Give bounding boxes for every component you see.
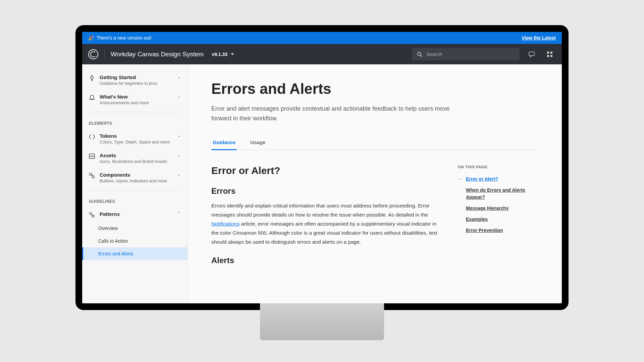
svg-rect-2 — [529, 52, 534, 56]
nav-title: Getting Started — [100, 74, 173, 80]
monitor-frame: 🎉 There's a new version out! View the La… — [75, 25, 569, 310]
chevron-up-icon: ⌃ — [177, 211, 181, 216]
version-selector[interactable]: v9.1.33 — [212, 52, 234, 57]
grid-icon — [547, 52, 552, 57]
divider — [89, 112, 181, 112]
heading-errors: Errors — [211, 186, 441, 196]
tab-guidance[interactable]: Guidance — [211, 135, 237, 150]
section-label-elements: ELEMENTS — [82, 115, 187, 129]
sidebar-nav: Getting Started Guidance for beginners t… — [82, 64, 188, 303]
subnav-overview[interactable]: Overview — [82, 222, 187, 235]
divider — [104, 49, 105, 59]
svg-rect-4 — [550, 52, 552, 54]
chevron-down-icon: ⌄ — [177, 172, 181, 177]
nav-desc: Announcements and more — [100, 101, 173, 105]
section-label-guidelines: GUIDELINES — [82, 193, 187, 207]
sidebar-item-components[interactable]: Components Buttons, Inputs, Indicators a… — [82, 168, 187, 187]
banner-text: There's a new version out! — [97, 35, 152, 41]
search-input[interactable] — [426, 51, 515, 57]
chevron-down-icon: ⌄ — [177, 133, 181, 138]
nav-desc: Buttons, Inputs, Indicators and more — [100, 179, 173, 183]
svg-line-1 — [421, 55, 422, 57]
chat-icon — [529, 51, 535, 57]
sidebar-item-tokens[interactable]: Tokens Colors, Type, Depth, Space and mo… — [82, 129, 187, 148]
tabs: Guidance Usage — [211, 135, 538, 150]
svg-point-0 — [418, 52, 421, 56]
tab-usage[interactable]: Usage — [249, 135, 267, 150]
nav-desc: Colors, Type, Depth, Space and more — [100, 140, 173, 144]
svg-rect-5 — [547, 55, 549, 57]
page-title: Errors and Alerts — [211, 80, 538, 97]
monitor-stand — [260, 303, 384, 340]
announcement-banner: 🎉 There's a new version out! View the La… — [82, 32, 562, 44]
toc-label: ON THIS PAGE: — [458, 165, 538, 169]
notifications-link[interactable]: Notifications — [211, 221, 239, 227]
feedback-icon-button[interactable] — [526, 48, 538, 60]
toc-item-error-or-alert[interactable]: Error or Alert? — [458, 174, 538, 185]
heading-error-or-alert: Error or Alert? — [211, 165, 441, 176]
party-icon: 🎉 — [88, 35, 94, 41]
subnav-errors-and-alerts[interactable]: Errors and Alerts — [82, 247, 187, 260]
version-text: v9.1.33 — [212, 52, 227, 57]
sidebar-item-patterns[interactable]: Patterns ⌃ — [82, 207, 187, 222]
nav-desc: Guidance for beginners to pros — [100, 81, 173, 86]
nav-title: What's New — [100, 94, 173, 100]
search-box[interactable] — [412, 48, 520, 60]
app-header: Workday Canvas Design System v9.1.33 — [82, 44, 562, 64]
svg-rect-8 — [90, 173, 92, 175]
toc-item-error-prevention[interactable]: Error Prevention — [458, 225, 538, 236]
page-description: Error and alert messages provide context… — [211, 104, 453, 123]
components-icon — [89, 173, 95, 179]
svg-rect-9 — [92, 176, 94, 178]
table-of-contents: ON THIS PAGE: Error or Alert? When do Er… — [458, 165, 538, 271]
svg-rect-3 — [547, 52, 549, 54]
sidebar-item-getting-started[interactable]: Getting Started Guidance for beginners t… — [82, 70, 187, 90]
view-latest-link[interactable]: View the Latest — [522, 35, 556, 41]
sidebar-item-assets[interactable]: Assets Icons, Illustrations and Brand As… — [82, 148, 187, 168]
rocket-icon — [89, 75, 95, 81]
image-icon — [89, 153, 95, 159]
tokens-icon — [89, 134, 95, 140]
nav-title: Tokens — [100, 133, 173, 139]
canvas-logo-icon[interactable] — [88, 49, 98, 59]
toc-item-examples[interactable]: Examples — [458, 214, 538, 225]
heading-alerts: Alerts — [211, 256, 441, 265]
main-content: Errors and Alerts Error and alert messag… — [188, 64, 562, 303]
svg-rect-6 — [550, 55, 552, 57]
chevron-down-icon: ⌄ — [177, 153, 181, 157]
nav-desc: Icons, Illustrations and Brand Assets — [100, 159, 173, 164]
errors-paragraph: Errors identify and explain critical inf… — [211, 201, 441, 247]
divider — [89, 190, 181, 190]
screen: 🎉 There's a new version out! View the La… — [82, 32, 562, 303]
toc-item-when-appear[interactable]: When do Errors and Alerts Appear? — [458, 185, 538, 203]
search-icon — [417, 52, 422, 57]
nav-title: Patterns — [100, 211, 173, 217]
sidebar-item-whats-new[interactable]: What's New Announcements and more ⌄ — [82, 90, 187, 109]
grid-icon-button[interactable] — [544, 48, 556, 60]
toc-item-message-hierarchy[interactable]: Message Hierarchy — [458, 203, 538, 214]
subnav-calls-to-action[interactable]: Calls to Action — [82, 235, 187, 247]
bell-icon — [89, 95, 95, 101]
nav-title: Components — [100, 172, 173, 178]
svg-line-10 — [92, 174, 93, 176]
chevron-down-icon: ⌄ — [177, 74, 181, 79]
brand-title: Workday Canvas Design System — [111, 51, 204, 58]
nav-title: Assets — [100, 153, 173, 158]
patterns-icon — [89, 212, 95, 218]
chevron-down-icon: ⌄ — [177, 94, 181, 99]
svg-line-13 — [91, 214, 93, 216]
caret-down-icon — [231, 53, 234, 55]
